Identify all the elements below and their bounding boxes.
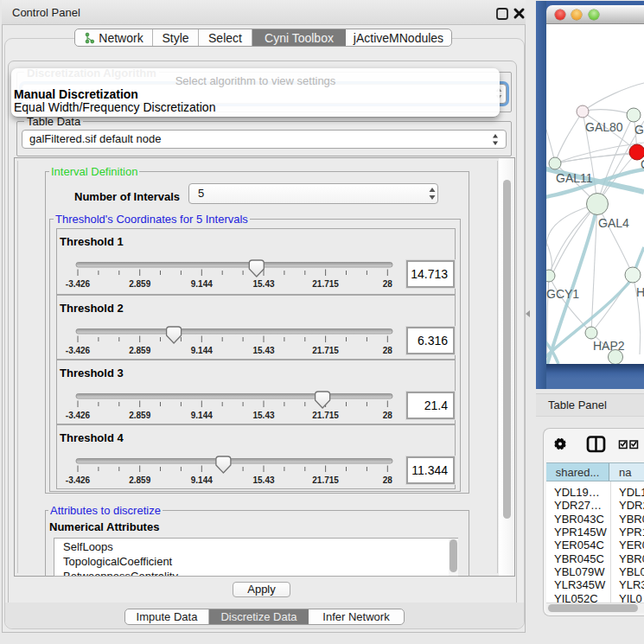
svg-text:21.715: 21.715 bbox=[312, 475, 339, 485]
svg-text:21.715: 21.715 bbox=[312, 346, 339, 355]
svg-text:9.144: 9.144 bbox=[191, 346, 213, 355]
svg-text:GAL4: GAL4 bbox=[598, 216, 629, 230]
svg-text:C: C bbox=[641, 157, 644, 171]
svg-text:GAL11: GAL11 bbox=[556, 171, 593, 185]
svg-text:2.859: 2.859 bbox=[129, 411, 150, 420]
svg-text:HAP2: HAP2 bbox=[593, 339, 625, 353]
svg-text:9.144: 9.144 bbox=[191, 411, 213, 420]
svg-text:21.715: 21.715 bbox=[312, 411, 339, 420]
svg-text:-3.426: -3.426 bbox=[66, 346, 91, 355]
svg-text:28: 28 bbox=[383, 475, 393, 485]
svg-text:28: 28 bbox=[383, 279, 393, 289]
svg-text:28: 28 bbox=[383, 411, 393, 420]
svg-text:H: H bbox=[636, 285, 644, 299]
svg-text:GAL80: GAL80 bbox=[585, 120, 623, 134]
svg-text:15.43: 15.43 bbox=[252, 411, 274, 420]
svg-text:15.43: 15.43 bbox=[252, 279, 274, 289]
svg-text:GCY1: GCY1 bbox=[546, 287, 579, 301]
svg-text:-3.426: -3.426 bbox=[66, 279, 91, 289]
svg-text:-3.426: -3.426 bbox=[66, 475, 91, 485]
svg-text:2.859: 2.859 bbox=[129, 279, 150, 289]
svg-text:9.144: 9.144 bbox=[191, 279, 213, 289]
svg-text:21.715: 21.715 bbox=[312, 279, 339, 289]
svg-text:-3.426: -3.426 bbox=[66, 411, 91, 420]
svg-text:9.144: 9.144 bbox=[191, 475, 213, 485]
svg-text:15.43: 15.43 bbox=[252, 475, 274, 485]
svg-text:2.859: 2.859 bbox=[129, 475, 150, 485]
svg-text:15.43: 15.43 bbox=[252, 346, 274, 355]
svg-text:28: 28 bbox=[383, 346, 393, 355]
svg-text:G.: G. bbox=[634, 123, 644, 137]
svg-text:2.859: 2.859 bbox=[129, 346, 150, 355]
